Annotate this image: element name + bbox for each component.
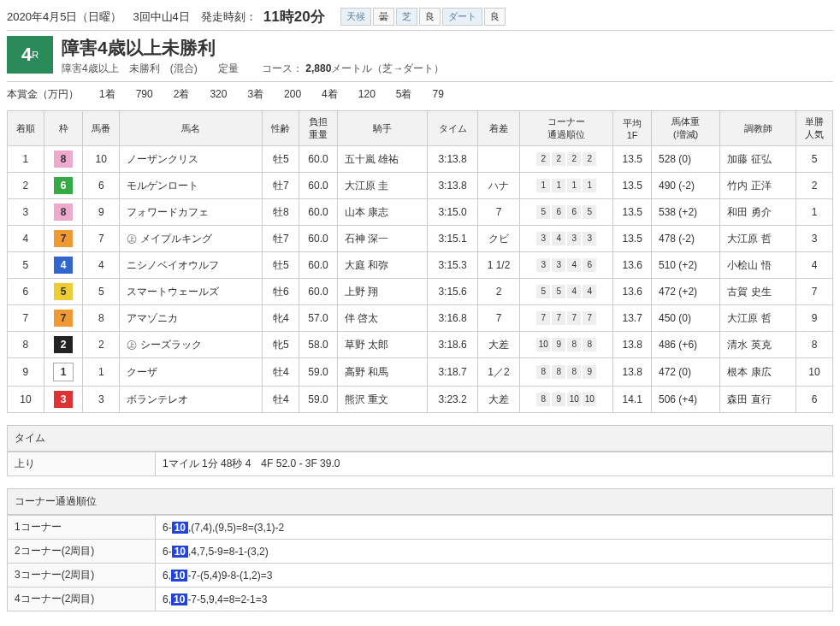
- jockey[interactable]: 草野 太郎: [337, 332, 427, 358]
- corner-pos: 2: [536, 152, 550, 166]
- jockey[interactable]: 五十嵐 雄祐: [337, 146, 427, 173]
- horse-name[interactable]: クーザ: [120, 358, 263, 387]
- corner-pos: 5: [552, 285, 565, 298]
- trainer[interactable]: 森田 直行: [720, 387, 796, 413]
- jockey[interactable]: 大江原 圭: [337, 173, 427, 199]
- diff: クビ: [477, 226, 519, 252]
- jockey[interactable]: 上野 翔: [337, 279, 427, 305]
- time: 3:18.6: [428, 332, 478, 358]
- col-header: 性齢: [263, 111, 299, 146]
- horse-name[interactable]: モルゲンロート: [120, 173, 263, 199]
- horse-name[interactable]: アマゾニカ: [120, 305, 263, 332]
- weight: 58.0: [299, 332, 338, 358]
- time: 3:13.8: [428, 173, 478, 199]
- avg-1f: 13.6: [613, 279, 652, 305]
- corner-highlight: 10: [171, 570, 187, 582]
- popularity: 9: [796, 305, 833, 332]
- waku-cell: 8: [44, 146, 83, 173]
- horse-num: 9: [83, 199, 120, 226]
- rank: 6: [8, 279, 44, 305]
- corner-pos: 10: [583, 393, 596, 406]
- prize-item: 5着 79: [396, 88, 444, 100]
- corner-pos: 5: [536, 205, 550, 219]
- popularity: 2: [796, 173, 833, 199]
- corner-pos: 2: [552, 152, 565, 166]
- body-weight: 478 (-2): [652, 226, 720, 252]
- time: 3:23.2: [428, 387, 478, 413]
- jockey[interactable]: 山本 康志: [337, 199, 427, 226]
- sex-age: 牡8: [263, 199, 299, 226]
- jockey[interactable]: 高野 和馬: [337, 358, 427, 387]
- avg-1f: 13.6: [613, 252, 652, 279]
- time-row: 上り 1マイル 1分 48秒 4 4F 52.0 - 3F 39.0: [8, 452, 833, 476]
- corner-table: 1コーナー 6-10,(7,4),(9,5)=8=(3,1)-2 2コーナー(2…: [7, 515, 833, 611]
- trainer[interactable]: 和田 勇介: [720, 199, 796, 226]
- avg-1f: 13.8: [613, 332, 652, 358]
- corner-cell: 1111: [520, 173, 613, 199]
- col-header: 単勝人気: [796, 111, 833, 146]
- trainer[interactable]: 大江原 哲: [720, 226, 796, 252]
- start-time: 11時20分: [263, 7, 325, 27]
- table-row: 9 1 1 クーザ 牡4 59.0 高野 和馬 3:18.7 1／2 8889 …: [8, 358, 833, 387]
- sex-age: 牡5: [263, 252, 299, 279]
- jockey[interactable]: 熊沢 重文: [337, 387, 427, 413]
- horse-name[interactable]: フォワードカフェ: [120, 199, 263, 226]
- race-title-block: 障害4歳以上未勝利 障害4歳以上 未勝利 (混合) 定量 コース： 2,880メ…: [62, 36, 833, 76]
- col-header: 着順: [8, 111, 44, 146]
- col-header: 平均1F: [613, 111, 652, 146]
- sex-age: 牝5: [263, 332, 299, 358]
- rank: 3: [8, 199, 44, 226]
- horse-name[interactable]: ㊤ メイプルキング: [120, 226, 263, 252]
- avg-1f: 13.5: [613, 173, 652, 199]
- horse-name[interactable]: ボランテレオ: [120, 387, 263, 413]
- horse-num: 3: [83, 387, 120, 413]
- trainer[interactable]: 竹内 正洋: [720, 173, 796, 199]
- col-header: 騎手: [337, 111, 427, 146]
- corner-pos: 4: [583, 285, 596, 298]
- time: 3:18.7: [428, 358, 478, 387]
- horse-name[interactable]: ノーザンクリス: [120, 146, 263, 173]
- waku-cell: 6: [44, 173, 83, 199]
- body-weight: 472 (+2): [652, 279, 720, 305]
- table-row: 2 6 6 モルゲンロート 牡7 60.0 大江原 圭 3:13.8 ハナ 11…: [8, 173, 833, 199]
- weather-label: 天候: [340, 8, 371, 26]
- table-row: 7 7 8 アマゾニカ 牝4 57.0 伴 啓太 3:16.8 7 7777 1…: [8, 305, 833, 332]
- diff: 1／2: [477, 358, 519, 387]
- trainer[interactable]: 古賀 史生: [720, 279, 796, 305]
- corner-pos: 10: [536, 338, 550, 351]
- table-row: 8 2 2 ㊤ シーズラック 牝5 58.0 草野 太郎 3:18.6 大差 1…: [8, 332, 833, 358]
- horse-name[interactable]: ニシノベイオウルフ: [120, 252, 263, 279]
- waku-cell: 4: [44, 252, 83, 279]
- time: 3:15.0: [428, 199, 478, 226]
- jockey[interactable]: 石神 深一: [337, 226, 427, 252]
- prize-item: 2着 320: [174, 88, 228, 100]
- prize-label: 本賞金（万円）: [7, 88, 79, 100]
- diff: [477, 146, 519, 173]
- table-header-row: 着順枠馬番馬名性齢負担重量騎手タイム着差コーナー通過順位平均1F馬体重(増減)調…: [8, 111, 833, 146]
- time-section-title: タイム: [7, 425, 833, 452]
- trainer[interactable]: 小桧山 悟: [720, 252, 796, 279]
- race-title-row: 4R 障害4歳以上未勝利 障害4歳以上 未勝利 (混合) 定量 コース： 2,8…: [7, 30, 833, 82]
- horse-name[interactable]: スマートウェールズ: [120, 279, 263, 305]
- col-header: 馬名: [120, 111, 263, 146]
- corner-cell: 5544: [520, 279, 613, 305]
- corner-pos: 7: [552, 311, 565, 325]
- corner-highlight: 10: [171, 594, 187, 605]
- trainer[interactable]: 清水 英克: [720, 332, 796, 358]
- corner-pos: 3: [552, 258, 565, 272]
- corner-pos: 6: [567, 205, 581, 219]
- horse-name[interactable]: ㊤ シーズラック: [120, 332, 263, 358]
- corner-pos: 4: [552, 232, 565, 245]
- table-row: 10 3 3 ボランテレオ 牡4 59.0 熊沢 重文 3:23.2 大差 89…: [8, 387, 833, 413]
- trainer[interactable]: 加藤 征弘: [720, 146, 796, 173]
- trainer[interactable]: 大江原 哲: [720, 305, 796, 332]
- weight: 59.0: [299, 387, 338, 413]
- sex-age: 牡6: [263, 279, 299, 305]
- prize-item: 1着 790: [99, 88, 153, 100]
- jockey[interactable]: 伴 啓太: [337, 305, 427, 332]
- trainer[interactable]: 根本 康広: [720, 358, 796, 387]
- time-table: 上り 1マイル 1分 48秒 4 4F 52.0 - 3F 39.0: [7, 452, 833, 476]
- corner-pos: 6: [552, 205, 565, 219]
- jockey[interactable]: 大庭 和弥: [337, 252, 427, 279]
- prize-item: 4着 120: [322, 88, 376, 100]
